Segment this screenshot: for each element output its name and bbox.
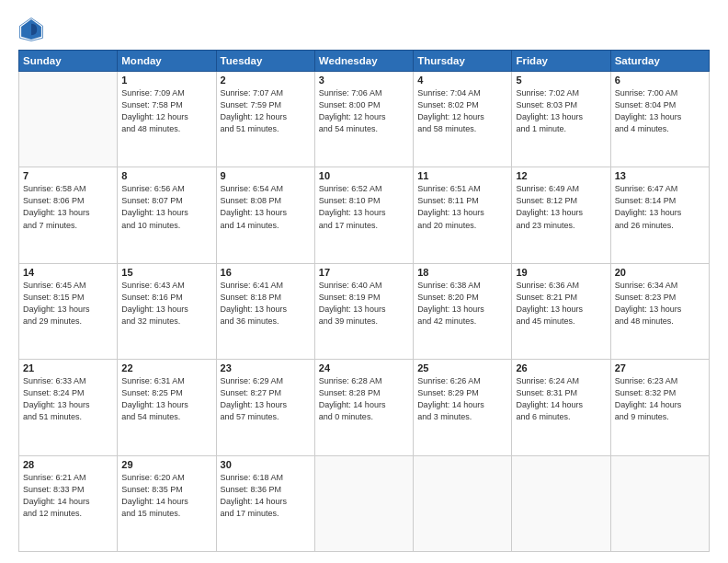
calendar-cell: 27Sunrise: 6:23 AM Sunset: 8:32 PM Dayli… [610,360,709,455]
day-info: Sunrise: 7:09 AM Sunset: 7:58 PM Dayligh… [121,87,211,135]
day-info: Sunrise: 6:29 AM Sunset: 8:27 PM Dayligh… [221,375,311,423]
calendar-week-row: 7Sunrise: 6:58 AM Sunset: 8:06 PM Daylig… [19,167,710,263]
calendar-cell [314,455,413,551]
calendar-cell [414,455,512,551]
calendar-week-row: 14Sunrise: 6:45 AM Sunset: 8:15 PM Dayli… [19,263,710,359]
day-number: 13 [615,170,705,181]
calendar-cell: 5Sunrise: 7:02 AM Sunset: 8:03 PM Daylig… [512,72,610,167]
day-info: Sunrise: 6:20 AM Sunset: 8:35 PM Dayligh… [121,472,211,520]
calendar-week-row: 21Sunrise: 6:33 AM Sunset: 8:24 PM Dayli… [19,360,710,455]
day-info: Sunrise: 6:26 AM Sunset: 8:29 PM Dayligh… [417,375,507,423]
day-info: Sunrise: 6:31 AM Sunset: 8:25 PM Dayligh… [121,375,211,423]
calendar-header-row: SundayMondayTuesdayWednesdayThursdayFrid… [19,51,710,72]
day-number: 29 [121,459,211,470]
calendar-cell: 25Sunrise: 6:26 AM Sunset: 8:29 PM Dayli… [414,360,512,455]
day-info: Sunrise: 6:38 AM Sunset: 8:20 PM Dayligh… [417,280,507,327]
calendar-day-header: Sunday [19,51,118,72]
day-info: Sunrise: 6:21 AM Sunset: 8:33 PM Dayligh… [23,472,113,520]
day-info: Sunrise: 6:49 AM Sunset: 8:12 PM Dayligh… [516,183,606,231]
day-number: 7 [23,170,113,181]
calendar-cell [19,72,118,167]
calendar-cell: 1Sunrise: 7:09 AM Sunset: 7:58 PM Daylig… [118,72,216,167]
calendar-cell: 29Sunrise: 6:20 AM Sunset: 8:35 PM Dayli… [118,455,216,551]
calendar-day-header: Thursday [414,51,512,72]
calendar-cell: 12Sunrise: 6:49 AM Sunset: 8:12 PM Dayli… [512,167,610,263]
calendar-cell: 21Sunrise: 6:33 AM Sunset: 8:24 PM Dayli… [19,360,118,455]
calendar-cell: 30Sunrise: 6:18 AM Sunset: 8:36 PM Dayli… [216,455,314,551]
calendar-cell: 4Sunrise: 7:04 AM Sunset: 8:02 PM Daylig… [414,72,512,167]
calendar-cell: 23Sunrise: 6:29 AM Sunset: 8:27 PM Dayli… [216,360,314,455]
day-number: 15 [121,267,211,278]
calendar-cell: 10Sunrise: 6:52 AM Sunset: 8:10 PM Dayli… [314,167,413,263]
day-info: Sunrise: 6:18 AM Sunset: 8:36 PM Dayligh… [221,472,311,520]
day-info: Sunrise: 6:40 AM Sunset: 8:19 PM Dayligh… [319,280,409,327]
day-number: 9 [221,170,311,181]
calendar-cell [512,455,610,551]
day-info: Sunrise: 6:47 AM Sunset: 8:14 PM Dayligh… [615,183,705,231]
calendar-cell: 7Sunrise: 6:58 AM Sunset: 8:06 PM Daylig… [19,167,118,263]
day-info: Sunrise: 7:07 AM Sunset: 7:59 PM Dayligh… [221,87,311,135]
day-number: 27 [615,362,705,373]
day-info: Sunrise: 6:41 AM Sunset: 8:18 PM Dayligh… [221,280,311,327]
day-info: Sunrise: 7:04 AM Sunset: 8:02 PM Dayligh… [417,87,507,135]
calendar-cell: 9Sunrise: 6:54 AM Sunset: 8:08 PM Daylig… [216,167,314,263]
day-number: 28 [23,459,113,470]
day-number: 22 [121,362,211,373]
day-info: Sunrise: 6:24 AM Sunset: 8:31 PM Dayligh… [516,375,606,423]
day-info: Sunrise: 6:36 AM Sunset: 8:21 PM Dayligh… [516,280,606,327]
day-info: Sunrise: 6:56 AM Sunset: 8:07 PM Dayligh… [121,183,211,231]
calendar-cell: 24Sunrise: 6:28 AM Sunset: 8:28 PM Dayli… [314,360,413,455]
calendar-cell: 22Sunrise: 6:31 AM Sunset: 8:25 PM Dayli… [118,360,216,455]
calendar-table: SundayMondayTuesdayWednesdayThursdayFrid… [18,50,710,552]
calendar-cell: 15Sunrise: 6:43 AM Sunset: 8:16 PM Dayli… [118,263,216,359]
day-number: 6 [615,75,705,86]
day-info: Sunrise: 7:06 AM Sunset: 8:00 PM Dayligh… [319,87,409,135]
calendar-cell: 11Sunrise: 6:51 AM Sunset: 8:11 PM Dayli… [414,167,512,263]
day-number: 20 [615,267,705,278]
calendar-cell: 6Sunrise: 7:00 AM Sunset: 8:04 PM Daylig… [610,72,709,167]
day-info: Sunrise: 7:00 AM Sunset: 8:04 PM Dayligh… [615,87,705,135]
calendar-week-row: 1Sunrise: 7:09 AM Sunset: 7:58 PM Daylig… [19,72,710,167]
day-info: Sunrise: 6:28 AM Sunset: 8:28 PM Dayligh… [319,375,409,423]
day-number: 14 [23,267,113,278]
day-number: 11 [417,170,507,181]
day-info: Sunrise: 6:52 AM Sunset: 8:10 PM Dayligh… [319,183,409,231]
calendar-day-header: Monday [118,51,216,72]
calendar-day-header: Tuesday [216,51,314,72]
day-info: Sunrise: 6:34 AM Sunset: 8:23 PM Dayligh… [615,280,705,327]
day-info: Sunrise: 6:51 AM Sunset: 8:11 PM Dayligh… [417,183,507,231]
day-info: Sunrise: 6:33 AM Sunset: 8:24 PM Dayligh… [23,375,113,423]
day-number: 17 [319,267,409,278]
day-number: 2 [221,75,311,86]
day-number: 18 [417,267,507,278]
calendar-day-header: Friday [512,51,610,72]
day-number: 16 [221,267,311,278]
day-info: Sunrise: 6:58 AM Sunset: 8:06 PM Dayligh… [23,183,113,231]
calendar-cell: 3Sunrise: 7:06 AM Sunset: 8:00 PM Daylig… [314,72,413,167]
calendar-cell [610,455,709,551]
calendar-cell: 2Sunrise: 7:07 AM Sunset: 7:59 PM Daylig… [216,72,314,167]
day-info: Sunrise: 6:54 AM Sunset: 8:08 PM Dayligh… [221,183,311,231]
day-info: Sunrise: 6:43 AM Sunset: 8:16 PM Dayligh… [121,280,211,327]
day-number: 19 [516,267,606,278]
day-number: 1 [121,75,211,86]
day-number: 12 [516,170,606,181]
calendar-cell: 8Sunrise: 6:56 AM Sunset: 8:07 PM Daylig… [118,167,216,263]
header [18,17,710,42]
day-info: Sunrise: 7:02 AM Sunset: 8:03 PM Dayligh… [516,87,606,135]
day-info: Sunrise: 6:45 AM Sunset: 8:15 PM Dayligh… [23,280,113,327]
logo-icon [18,17,44,42]
calendar-cell: 17Sunrise: 6:40 AM Sunset: 8:19 PM Dayli… [314,263,413,359]
calendar-cell: 14Sunrise: 6:45 AM Sunset: 8:15 PM Dayli… [19,263,118,359]
day-number: 4 [417,75,507,86]
day-number: 3 [319,75,409,86]
day-number: 8 [121,170,211,181]
day-number: 21 [23,362,113,373]
calendar-cell: 18Sunrise: 6:38 AM Sunset: 8:20 PM Dayli… [414,263,512,359]
day-number: 26 [516,362,606,373]
day-number: 23 [221,362,311,373]
calendar-cell: 16Sunrise: 6:41 AM Sunset: 8:18 PM Dayli… [216,263,314,359]
calendar-week-row: 28Sunrise: 6:21 AM Sunset: 8:33 PM Dayli… [19,455,710,551]
calendar-day-header: Wednesday [314,51,413,72]
logo [18,17,48,42]
